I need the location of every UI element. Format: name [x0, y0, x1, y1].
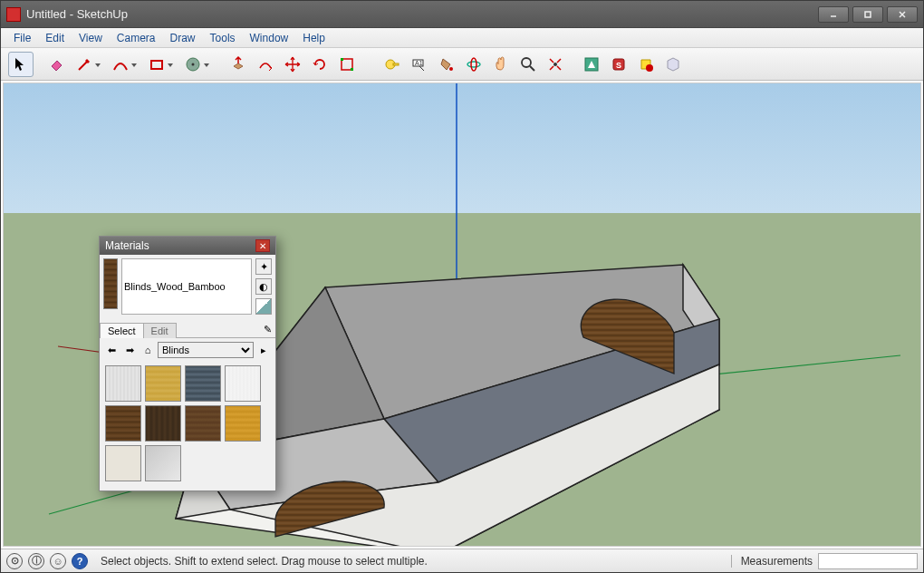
menu-camera[interactable]: Camera — [110, 30, 163, 46]
menu-file[interactable]: File — [6, 30, 38, 46]
swatch[interactable] — [185, 405, 221, 442]
tab-select[interactable]: Select — [100, 323, 144, 338]
zoom-tool[interactable] — [515, 52, 541, 77]
svg-point-18 — [553, 63, 557, 66]
zoom-extents-tool[interactable] — [543, 52, 568, 77]
followme-tool[interactable] — [253, 52, 278, 77]
library-select[interactable]: Blinds — [158, 342, 254, 358]
svg-rect-11 — [393, 63, 399, 65]
svg-rect-8 — [341, 58, 343, 61]
measurements-label: Measurements — [731, 555, 813, 568]
menu-edit[interactable]: Edit — [38, 30, 72, 46]
svg-point-17 — [522, 58, 531, 67]
svg-point-14 — [449, 67, 453, 71]
material-name-input[interactable] — [121, 258, 252, 315]
paint-tool[interactable] — [434, 52, 459, 77]
close-button[interactable] — [887, 6, 918, 23]
line-tool[interactable] — [72, 52, 97, 77]
eraser-tool[interactable] — [44, 52, 70, 77]
front-back-color-icon[interactable] — [255, 298, 272, 315]
app-window: Untitled - SketchUp File Edit View Camer… — [0, 0, 924, 573]
material-preview[interactable] — [103, 258, 118, 309]
swatch[interactable] — [105, 445, 141, 481]
circle-tool[interactable] — [180, 52, 206, 77]
credits-icon[interactable]: ⓘ — [28, 553, 44, 569]
orbit-tool[interactable] — [461, 52, 486, 77]
materials-title: Materials — [105, 239, 149, 252]
menu-tools[interactable]: Tools — [203, 30, 243, 46]
library-details-icon[interactable]: ▸ — [255, 342, 272, 358]
text-tool[interactable]: A1 — [407, 52, 432, 77]
help-icon[interactable]: ? — [72, 553, 88, 569]
measurements-input[interactable] — [818, 553, 918, 569]
svg-point-16 — [471, 58, 476, 71]
svg-rect-4 — [151, 61, 162, 69]
swatch[interactable] — [145, 365, 181, 402]
menu-draw[interactable]: Draw — [163, 30, 203, 46]
nav-forward-icon[interactable]: ➡ — [121, 342, 138, 358]
export-tool[interactable] — [660, 52, 686, 77]
maximize-button[interactable] — [852, 6, 883, 23]
move-tool[interactable] — [280, 52, 305, 77]
status-hint: Select objects. Shift to extend select. … — [101, 555, 428, 568]
svg-point-6 — [192, 63, 195, 65]
swatch[interactable] — [145, 405, 181, 442]
swatch[interactable] — [225, 365, 261, 402]
window-title: Untitled - SketchUp — [26, 7, 128, 21]
svg-text:S: S — [616, 61, 621, 70]
swatch[interactable] — [145, 445, 181, 481]
tab-edit[interactable]: Edit — [143, 323, 177, 338]
menu-view[interactable]: View — [72, 30, 110, 46]
svg-point-22 — [646, 64, 653, 72]
default-material-icon[interactable]: ◐ — [255, 278, 272, 295]
pan-tool[interactable] — [488, 52, 514, 77]
statusbar: ⊙ ⓘ ☺ ? Select objects. Shift to extend … — [1, 549, 923, 572]
pushpull-tool[interactable] — [226, 52, 251, 77]
user-icon[interactable]: ☺ — [50, 553, 66, 569]
svg-point-15 — [467, 62, 480, 67]
layout-tool[interactable] — [633, 52, 659, 77]
rotate-tool[interactable] — [307, 52, 332, 77]
titlebar[interactable]: Untitled - SketchUp — [1, 1, 923, 28]
svg-rect-9 — [351, 68, 353, 71]
geo-icon[interactable]: ⊙ — [6, 553, 23, 569]
tape-tool[interactable] — [380, 52, 405, 77]
minimize-button[interactable] — [818, 6, 849, 23]
swatch[interactable] — [225, 405, 261, 442]
materials-close-button[interactable]: ✕ — [255, 239, 270, 252]
menu-help[interactable]: Help — [295, 30, 332, 46]
toolbar: A1 S — [1, 48, 923, 81]
arc-tool[interactable] — [108, 52, 133, 77]
swatch[interactable] — [105, 405, 141, 442]
menu-window[interactable]: Window — [243, 30, 296, 46]
warehouse-tool[interactable] — [579, 52, 604, 77]
app-icon — [6, 7, 21, 22]
extension-tool[interactable]: S — [606, 52, 631, 77]
swatch[interactable] — [185, 365, 221, 402]
material-swatches — [100, 362, 275, 490]
materials-titlebar[interactable]: Materials ✕ — [100, 237, 275, 255]
menubar: File Edit View Camera Draw Tools Window … — [1, 28, 923, 48]
viewport[interactable]: Materials ✕ ✦ ◐ Select Edit ✎ ⬅ — [3, 83, 921, 547]
svg-text:A1: A1 — [415, 60, 423, 66]
nav-back-icon[interactable]: ⬅ — [103, 342, 120, 358]
create-material-icon[interactable]: ✦ — [255, 258, 272, 275]
nav-home-icon[interactable]: ⌂ — [140, 342, 156, 358]
swatch[interactable] — [105, 365, 141, 402]
eyedropper-icon[interactable]: ✎ — [260, 322, 275, 337]
materials-panel[interactable]: Materials ✕ ✦ ◐ Select Edit ✎ ⬅ — [99, 236, 276, 491]
svg-rect-1 — [865, 12, 871, 17]
scale-tool[interactable] — [334, 52, 360, 77]
select-tool[interactable] — [8, 52, 34, 77]
shape-tool[interactable] — [144, 52, 169, 77]
